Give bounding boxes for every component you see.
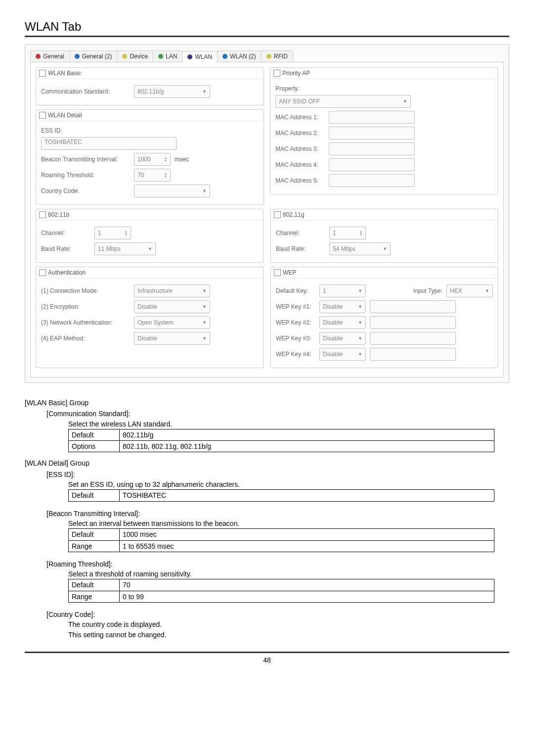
ess-id-label: ESS ID: [41,127,130,134]
spinner-buttons-icon: ▲▼ [359,230,362,236]
group-802-11g: 802.11g Channel: 1 ▲▼ Baud Rate: [270,209,498,263]
input-type-select[interactable]: HEX ▼ [446,284,493,297]
caret-icon: ▼ [202,89,207,94]
tab-general2[interactable]: General (2) [69,50,118,62]
eap-method-label: (4) EAP Method: [41,335,130,342]
caret-icon: ▼ [358,288,362,293]
table-cell-value: 1 to 65535 msec [120,540,494,552]
tab-device[interactable]: Device [117,50,153,62]
documentation: [WLAN Basic] Group [Communication Standa… [25,398,509,640]
net-auth-select[interactable]: Open System ▼ [134,316,210,329]
caret-icon: ▼ [358,320,362,325]
wep-key2-input[interactable] [370,316,456,329]
mac1-input[interactable] [329,111,415,124]
g-baud-select[interactable]: 54 Mbps ▼ [329,242,391,255]
select-value: Disable [323,319,343,326]
wep-key4-input[interactable] [370,348,456,361]
table-cell-value: 70 [120,579,494,591]
tab-lan[interactable]: LAN [153,50,182,62]
wep-key2-select[interactable]: Disable ▼ [319,316,366,329]
eap-method-select[interactable]: Disable ▼ [134,332,210,345]
checkbox-wep[interactable] [274,269,281,276]
conn-mode-label: (1) Connection Mode: [41,287,130,294]
encryption-select[interactable]: Disable ▼ [134,300,210,313]
tab-wlan[interactable]: WLAN [182,51,218,62]
select-value: Open System [137,319,174,326]
page-footer: 48 [25,652,509,664]
group-wep: WEP Default Key: 1 ▼ Input Type: HEX [270,267,498,368]
dot-icon [187,54,192,59]
mac1-label: MAC Address 1: [275,114,325,121]
tabs-row: General General (2) Device LAN WLAN WLAN… [30,49,504,62]
g-baud-label: Baud Rate: [276,245,325,252]
group-header-label: Priority AP [282,70,310,77]
tab-wlan2[interactable]: WLAN (2) [217,50,262,62]
wep-key4-label: WEP Key #4: [276,351,315,358]
page-title: WLAN Tab [25,20,509,34]
b-baud-select[interactable]: 11 Mbps ▼ [94,242,156,255]
mac4-input[interactable] [329,158,415,171]
table-cell-value: 802.11b/g [120,429,494,440]
select-value: Disable [323,335,343,342]
tab-general[interactable]: General [30,50,70,62]
checkbox-802-11g[interactable] [274,211,281,218]
dot-icon [158,54,163,59]
beacon-spinner[interactable]: 1000 ▲▼ [134,153,171,166]
wep-key1-input[interactable] [370,300,456,313]
checkbox-wlan-detail[interactable] [39,112,46,119]
conn-mode-select[interactable]: Infrastructure ▼ [134,284,210,297]
wep-key4-select[interactable]: Disable ▼ [319,348,366,361]
ess-id-table: Default TOSHIBATEC [68,489,494,501]
g-channel-spinner[interactable]: 1 ▲▼ [329,227,366,239]
checkbox-authentication[interactable] [39,269,46,276]
country-select[interactable]: ▼ [134,185,210,197]
ess-id-input[interactable]: TOSHIBATEC [41,137,177,150]
beacon-heading: [Beacon Transmitting Interval]: [46,509,509,519]
roaming-desc: Select a threshold of roaming sensitivit… [68,569,509,579]
checkbox-802-11b[interactable] [39,211,46,218]
roaming-label: Roaming Threshold: [41,172,130,179]
wlan-basic-group-heading: [WLAN Basic] Group [25,398,509,408]
b-channel-spinner[interactable]: 1 ▲▼ [94,227,131,239]
caret-icon: ▼ [202,320,207,325]
table-row: Default 802.11b/g [69,429,494,440]
wep-key1-label: WEP Key #1: [276,303,315,310]
select-value: Disable [137,335,157,342]
beacon-label: Beacon Transmitting Interval: [41,156,130,163]
table-row: Range 0 to 99 [69,591,494,602]
caret-icon: ▼ [358,352,362,357]
wep-key1-select[interactable]: Disable ▼ [319,300,366,313]
comm-standard-select[interactable]: 802.11b/g ▼ [134,85,210,98]
country-label: Country Code: [41,188,130,194]
select-value: 54 Mbps [333,245,356,252]
caret-icon: ▼ [202,304,207,309]
wep-key3-select[interactable]: Disable ▼ [319,332,366,345]
table-row: Default 1000 msec [69,529,494,540]
caret-icon: ▼ [202,336,207,341]
table-cell-value: TOSHIBATEC [120,490,494,501]
default-key-select[interactable]: 1 ▼ [319,284,366,297]
spinner-value: 1 [333,230,336,236]
comm-standard-heading: [Communication Standard]: [46,409,509,419]
property-select[interactable]: ANY SSID OFF ▼ [275,95,411,108]
roaming-spinner[interactable]: 70 ▲▼ [134,169,171,182]
mac5-input[interactable] [329,174,415,187]
mac2-input[interactable] [329,127,415,140]
caret-icon: ▼ [358,336,362,341]
wep-key3-input[interactable] [370,332,456,345]
select-value: HEX [450,287,462,294]
select-value: Disable [323,303,343,310]
checkbox-priority-ap[interactable] [273,70,280,77]
mac5-label: MAC Address 5: [275,177,325,184]
spinner-value: 1000 [137,156,151,163]
group-802-11b: 802.11b Channel: 1 ▲▼ Baud Rate: [36,209,264,263]
ess-id-desc: Set an ESS ID, using up to 32 alphanumer… [68,479,509,489]
caret-icon: ▼ [403,99,407,104]
checkbox-wlan-basic[interactable] [39,70,46,77]
beacon-unit: msec [175,156,189,163]
tab-label: WLAN (2) [230,53,256,60]
tab-rfid[interactable]: RFID [261,50,293,62]
group-header-label: WLAN Detail [48,112,82,119]
table-cell-label: Default [69,429,120,440]
mac3-input[interactable] [329,142,415,155]
